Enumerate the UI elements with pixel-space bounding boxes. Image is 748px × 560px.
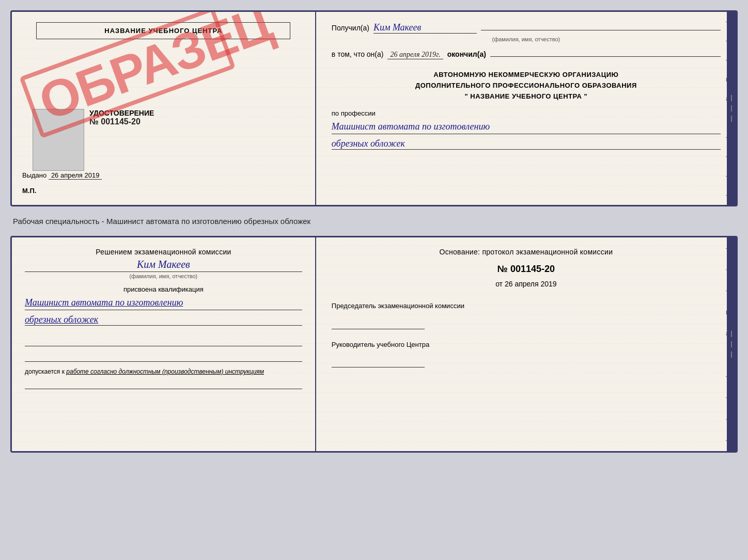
profession-line2-top: обрезных обложек [332, 138, 721, 150]
famname-label-top: (фамилия, имя, отчество) [332, 36, 721, 42]
prisvoena-label: присвоена квалификация [25, 285, 302, 293]
cert-title-box: НАЗВАНИЕ УЧЕБНОГО ЦЕНТРА [36, 22, 290, 39]
poluchil-row: Получил(а) Ким Макеев [332, 22, 721, 34]
bottom-famname: (фамилия, имя, отчество) [25, 271, 302, 279]
cert-bottom-right: Основание: протокол экзаменационной коми… [316, 237, 736, 451]
cert-title-text: НАЗВАНИЕ УЧЕБНОГО ЦЕНТРА [104, 27, 222, 35]
certificate-bottom: Решением экзаменационной комиссии Ким Ма… [10, 236, 738, 453]
blank-line-1 [25, 336, 302, 346]
page-container: НАЗВАНИЕ УЧЕБНОГО ЦЕНТРА УДОСТОВЕРЕНИЕ №… [10, 10, 738, 453]
mp-line: М.П. [22, 187, 36, 195]
dark-border-tab-bottom [727, 237, 736, 451]
cert-top-right: Получил(а) Ким Макеев (фамилия, имя, отч… [316, 12, 736, 205]
udostoverenie-block: УДОСТОВЕРЕНИЕ № 001145-20 [89, 109, 154, 126]
org-quote1: " [465, 92, 469, 100]
blank-line-2 [25, 351, 302, 362]
cert-photo [33, 109, 84, 171]
ot-date-val: 26 апреля 2019 [505, 280, 557, 288]
dopuskaetsya-prefix: допускается к [25, 368, 65, 375]
cert-top-left: НАЗВАНИЕ УЧЕБНОГО ЦЕНТРА УДОСТОВЕРЕНИЕ №… [12, 12, 316, 205]
dopuskaetsya-italic: работе согласно должностным (производств… [66, 368, 264, 375]
org-quote2: " [584, 92, 588, 100]
po-professii-label: по профессии [332, 109, 721, 117]
predsedatel-sign-line [332, 314, 425, 329]
vydano-label: Выдано [22, 171, 46, 179]
org-name-line: " НАЗВАНИЕ УЧЕБНОГО ЦЕНТРА " [332, 91, 721, 102]
udostoverenie-number: № 001145-20 [89, 117, 154, 126]
org-name: НАЗВАНИЕ УЧЕБНОГО ЦЕНТРА [470, 92, 582, 100]
dark-border-tab-top [727, 12, 736, 205]
qualification-line1: Машинист автомата по изготовлению [25, 296, 302, 310]
dash-line-2 [490, 56, 721, 57]
vydano-date: 26 апреля 2019 [49, 171, 102, 180]
predsedatel-label: Председатель экзаменационной комиссии [332, 301, 721, 311]
dopuskaetsya-text: допускается к работе согласно должностны… [25, 367, 302, 376]
qualification-line2: обрезных обложек [25, 314, 302, 326]
rukovoditel-label: Руководитель учебного Центра [332, 340, 721, 350]
ot-date: от 26 апреля 2019 [332, 280, 721, 288]
bottom-line-1 [25, 379, 302, 389]
bottom-name: Ким Макеев [25, 259, 302, 270]
resheniem-text: Решением экзаменационной комиссии [25, 248, 302, 256]
rukovoditel-sign-line [332, 352, 425, 367]
dash-line-1 [481, 30, 721, 30]
org-block: АВТОНОМНУЮ НЕКОММЕРЧЕСКУЮ ОРГАНИЗАЦИЮ ДО… [332, 70, 721, 102]
rukovoditel-block: Руководитель учебного Центра [332, 340, 721, 368]
specialty-label: Рабочая специальность - Машинист автомат… [10, 212, 738, 231]
certificate-top: НАЗВАНИЕ УЧЕБНОГО ЦЕНТРА УДОСТОВЕРЕНИЕ №… [10, 10, 738, 206]
poluchil-label: Получил(а) [332, 24, 369, 32]
cert-bottom-left: Решением экзаменационной комиссии Ким Ма… [12, 237, 316, 451]
profession-line1-top: Машинист автомата по изготовлению [332, 120, 721, 134]
ot-label: от [495, 280, 503, 288]
protokol-number: № 001145-20 [332, 264, 721, 275]
v-tom-row: в том, что он(а) 26 апреля 2019г. окончи… [332, 50, 721, 59]
udostoverenie-label: УДОСТОВЕРЕНИЕ [89, 109, 154, 117]
poluchil-name: Ким Макеев [373, 22, 477, 34]
org-line2: ДОПОЛНИТЕЛЬНОГО ПРОФЕССИОНАЛЬНОГО ОБРАЗО… [332, 81, 721, 91]
okonchil-label: окончил(а) [447, 50, 486, 58]
osnovanie-label: Основание: протокол экзаменационной коми… [332, 248, 721, 256]
mp-label: М.П. [22, 187, 36, 195]
predsedatel-block: Председатель экзаменационной комиссии [332, 301, 721, 329]
org-line1: АВТОНОМНУЮ НЕКОММЕРЧЕСКУЮ ОРГАНИЗАЦИЮ [332, 70, 721, 81]
vydano-line: Выдано 26 апреля 2019 [22, 171, 102, 179]
v-tom-date: 26 апреля 2019г. [387, 51, 443, 59]
v-tom-label: в том, что он(а) [332, 50, 384, 58]
